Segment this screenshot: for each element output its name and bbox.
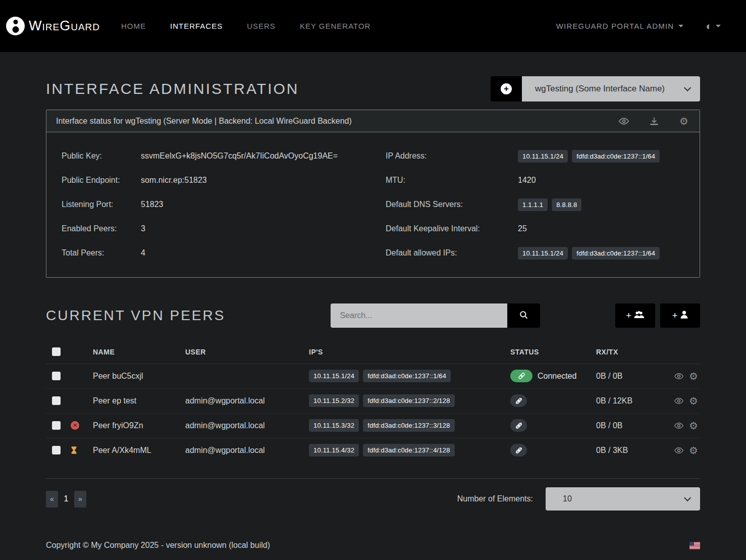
peer-rxtx: 0B / 12KB (596, 396, 632, 405)
column-header-user: USER (185, 340, 309, 364)
plus-circle-icon: + (501, 83, 512, 94)
peer-settings-button[interactable]: ⚙ (689, 396, 698, 406)
cell-actions: ⚙ (664, 438, 700, 463)
chevron-down-icon (678, 25, 683, 27)
peer-details-button[interactable] (674, 421, 683, 430)
elements-select-value: 10 (563, 494, 572, 503)
table-row: ✕Peer fryiO9Znadmin@wgportal.local10.11.… (46, 413, 700, 438)
ip-badge: 1.1.1.1 (518, 198, 548, 211)
ip-badge: 10.11.15.2/32 (309, 394, 359, 407)
cell-ips: 10.11.15.1/24fdfd:d3ad:c0de:1237::1/64 (309, 364, 510, 388)
gear-icon: ⚙ (679, 116, 688, 126)
add-interface-button[interactable]: + (491, 76, 522, 101)
status-label-text: Total Peers: (62, 248, 141, 258)
status-label-text: Default allowed IPs: (386, 248, 518, 258)
cell-name: Peer ep test (93, 388, 185, 413)
column-header-name: NAME (93, 340, 185, 364)
row-actions: ⚙ (664, 371, 700, 381)
status-label-text: Public Endpoint: (62, 176, 141, 185)
cell-actions: ⚙ (664, 413, 700, 438)
eye-icon (674, 396, 683, 405)
ip-badge: fdfd:d3ad:c0de:1237::1/64 (572, 247, 660, 260)
peers-head: CURRENT VPN PEERS + + (46, 303, 700, 328)
brand[interactable]: WireGuard (6, 17, 100, 35)
peer-disabled-icon: ✕ (71, 421, 79, 430)
nav-item-interfaces[interactable]: INTERFACES (170, 22, 223, 30)
cell-actions: ⚙ (664, 364, 700, 388)
cell-name: Peer A/Xk4mML (93, 438, 185, 463)
user-menu[interactable]: WIREGUARD PORTAL ADMIN (556, 22, 684, 30)
pagination-next-button[interactable]: » (74, 491, 86, 507)
connection-status-label: Connected (538, 372, 576, 380)
ip-badge: 10.11.15.1/24 (518, 247, 568, 260)
nav-item-key-generator[interactable]: KEY GENERATOR (300, 22, 371, 30)
eye-icon (619, 116, 629, 126)
peer-expiring-icon (71, 446, 93, 454)
add-multiple-peers-button[interactable]: + (615, 303, 655, 328)
peer-name: Peer ep test (93, 396, 136, 405)
column-header-status: STATUS (510, 340, 596, 364)
status-label-text: Listening Port: (62, 200, 141, 209)
search-button[interactable] (507, 303, 540, 328)
card-body: Public Key:ssvmEelxG+k8jsNO5G7cq5r/Ak7Ii… (46, 132, 700, 277)
row-checkbox[interactable] (52, 396, 61, 405)
row-checkbox[interactable] (52, 372, 61, 380)
pagination-current-page[interactable]: 1 (58, 494, 74, 503)
table-row: Peer A/Xk4mMLadmin@wgportal.local10.11.1… (46, 438, 700, 463)
ip-badge: 10.11.15.3/32 (309, 419, 359, 432)
status-value: 3 (141, 224, 386, 233)
row-checkbox[interactable] (52, 421, 61, 430)
interface-status-card: Interface status for wgTesting (Server M… (46, 110, 700, 278)
cell-flag (71, 438, 93, 463)
peer-details-button[interactable] (674, 372, 683, 381)
peers-title: CURRENT VPN PEERS (46, 308, 225, 324)
cell-status: Connected (510, 364, 596, 388)
cell-status (510, 438, 596, 463)
nav-item-users[interactable]: USERS (247, 22, 276, 30)
interface-select[interactable]: wgTesting (Some Interface Name) (522, 76, 700, 101)
cell-user: admin@wgportal.local (185, 413, 309, 438)
pagination-prev-button[interactable]: « (46, 491, 58, 507)
peer-details-button[interactable] (674, 446, 683, 455)
status-value: 1420 (518, 176, 684, 185)
nav-item-home[interactable]: HOME (121, 22, 146, 30)
status-value: 10.11.15.1/24fdfd:d3ad:c0de:1237::1/64 (518, 247, 684, 260)
card-title: Interface status for wgTesting (Server M… (56, 117, 352, 126)
table-header-row: NAME USER IP'S STATUS RX/TX (46, 340, 700, 364)
status-label-text: Enabled Peers: (62, 224, 141, 233)
status-row: Default DNS Servers:1.1.1.18.8.8.8 (386, 192, 684, 217)
cell-actions: ⚙ (664, 388, 700, 413)
select-all-checkbox[interactable] (52, 347, 61, 356)
user-menu-label: WIREGUARD PORTAL ADMIN (556, 22, 674, 30)
wireguard-logo-icon (6, 17, 25, 35)
main-content: INTERFACE ADMINISTRATION + wgTesting (So… (46, 76, 700, 550)
cell-rxtx: 0B / 0B (596, 413, 664, 438)
pagination: « 1 » (46, 491, 86, 507)
us-flag-icon[interactable] (689, 542, 700, 549)
ip-badge: 10.11.15.4/32 (309, 444, 359, 456)
search-input[interactable] (331, 303, 507, 328)
peer-settings-button[interactable]: ⚙ (689, 371, 698, 381)
elements-select[interactable]: 10 (546, 487, 700, 511)
peer-add-buttons: + + (615, 303, 700, 328)
status-row: Default Keepalive Interval:25 (386, 217, 684, 241)
peer-rxtx: 0B / 0B (596, 372, 622, 380)
row-checkbox[interactable] (52, 446, 61, 454)
theme-icon: ◐ (706, 21, 712, 31)
add-peer-button[interactable]: + (660, 303, 700, 328)
view-config-button[interactable] (619, 116, 629, 126)
interface-settings-button[interactable]: ⚙ (679, 116, 688, 126)
download-config-button[interactable] (649, 116, 659, 126)
peer-settings-button[interactable]: ⚙ (689, 445, 698, 455)
disconnected-icon (510, 419, 527, 432)
status-row: Public Endpoint:som.nicr.ep:51823 (62, 168, 386, 192)
cell-user: admin@wgportal.local (185, 438, 309, 463)
peer-user: admin@wgportal.local (185, 446, 265, 454)
peer-settings-button[interactable]: ⚙ (689, 421, 698, 431)
plus-icon: + (626, 310, 631, 321)
theme-toggle[interactable]: ◐ (706, 21, 721, 31)
cell-checkbox (46, 438, 71, 463)
cell-checkbox (46, 388, 71, 413)
status-value: 25 (518, 224, 684, 233)
peer-details-button[interactable] (674, 396, 683, 405)
